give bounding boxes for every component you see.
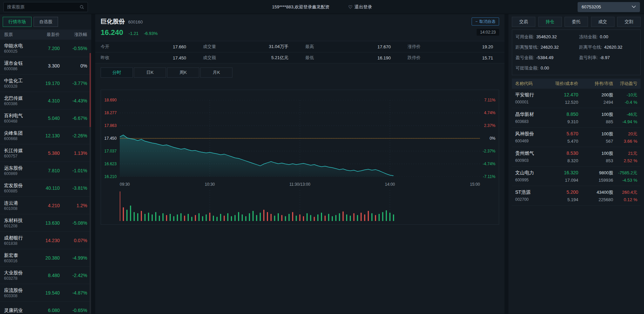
info-value: 5.21亿元 bbox=[271, 55, 288, 61]
stock-name-code: 东材科技601208 bbox=[4, 217, 29, 229]
sidebar-tab-1[interactable]: 自选股 bbox=[34, 17, 58, 27]
sidebar-scrollbar[interactable] bbox=[90, 53, 91, 314]
price-tick: 18.690 bbox=[104, 98, 117, 102]
scrollbar-thumb[interactable] bbox=[90, 53, 91, 127]
stock-row[interactable]: 百利电气6004685.040-6.67% bbox=[0, 109, 91, 127]
summary-item: 可提现金额:0.00 bbox=[516, 63, 579, 73]
stock-name: 远东股份 bbox=[4, 165, 29, 171]
quote-stock-code: 600160 bbox=[128, 19, 143, 25]
stock-search[interactable] bbox=[3, 2, 88, 12]
stock-row[interactable]: 连云港6010084.2101.2% bbox=[0, 197, 91, 214]
stock-price: 19.540 bbox=[29, 290, 60, 296]
summary-item: 盈亏利率:-8.97 bbox=[579, 52, 637, 63]
holding-shares: 100股 bbox=[578, 131, 613, 137]
holding-market-value: 885 bbox=[578, 119, 613, 124]
chart-tab-1[interactable]: 日K bbox=[134, 68, 166, 78]
stock-row[interactable]: 华能水电6000257.200-0.55% bbox=[0, 40, 91, 57]
stock-row[interactable]: 成都银行60183814.2300.07% bbox=[0, 232, 91, 249]
welcome-text: 159****883,欢迎登录鑫龙配资 bbox=[272, 4, 329, 10]
sidebar-tab-0[interactable]: 行情市场 bbox=[3, 17, 32, 27]
stock-row[interactable]: 远东股份6008697.810-1.01% bbox=[0, 162, 91, 179]
quote-time: 14:02:23 bbox=[477, 29, 499, 36]
info-value: 15.71 bbox=[482, 55, 493, 60]
holding-price: 8.850 bbox=[547, 111, 578, 118]
holding-row[interactable]: 平安银行12.470200股-10元00000112.5202494-0.4 % bbox=[512, 89, 641, 108]
time-tick: 09:30 bbox=[120, 182, 130, 187]
info-label: 最低 bbox=[305, 55, 314, 61]
holding-market-value: 567 bbox=[578, 139, 613, 144]
percent-tick: -7.11% bbox=[483, 174, 495, 179]
trade-tab-4[interactable]: 交割 bbox=[617, 17, 641, 27]
quote-info-cell: 成交量31.04万手 bbox=[198, 41, 300, 52]
stock-price: 5.040 bbox=[29, 116, 60, 121]
stock-change: -3.77% bbox=[60, 81, 87, 86]
stock-row[interactable]: 长江传媒6007575.3801.13% bbox=[0, 144, 91, 162]
stock-change: -4.87% bbox=[60, 290, 87, 296]
stock-name-code: 成都银行601838 bbox=[4, 235, 29, 246]
holding-pl: -10元 bbox=[613, 92, 637, 98]
intraday-chart: 18.69018.27717.86317.45017.03716.62316.2… bbox=[101, 90, 499, 225]
col-name-code: 名称代码 bbox=[515, 81, 547, 87]
stock-row[interactable]: 大业股份6032788.480-2.42% bbox=[0, 267, 91, 284]
price-tick: 18.277 bbox=[104, 110, 117, 115]
stock-row[interactable]: 灵康药业6.080-0.65% bbox=[0, 302, 91, 314]
stock-name-code: 新宏泰603016 bbox=[4, 252, 29, 264]
stock-row[interactable]: 新宏泰60301620.380-4.99% bbox=[0, 249, 91, 267]
quote-info-cell: 最高17.670 bbox=[300, 41, 402, 52]
holding-name: ST浩源 bbox=[515, 189, 547, 195]
percent-tick: -2.37% bbox=[483, 149, 495, 153]
holding-row[interactable]: 文山电力16.3209800股-7585.2元60099517.09415993… bbox=[512, 167, 641, 186]
search-input[interactable] bbox=[7, 4, 79, 9]
trade-tab-1[interactable]: 持仓 bbox=[538, 17, 562, 27]
quote-info-cell: 跌停价15.71 bbox=[402, 52, 504, 63]
holding-price: 5.200 bbox=[547, 189, 578, 195]
percent-axis: 7.11%4.74%2.37%0%-2.37%-4.74%-7.11% bbox=[480, 90, 499, 181]
quote-info-cell: 最低16.190 bbox=[300, 52, 402, 63]
stock-name-code: 华能水电600025 bbox=[4, 43, 29, 54]
stock-code: 603308 bbox=[4, 293, 29, 299]
stock-price: 5.380 bbox=[29, 150, 60, 156]
holding-row[interactable]: 贵州燃气8.530100股21元6009038.3208532.52 % bbox=[512, 147, 641, 167]
holding-row[interactable]: 风神股份5.670100股20元6004695.4705673.66 % bbox=[512, 128, 641, 147]
trade-tab-2[interactable]: 委托 bbox=[565, 17, 588, 27]
stock-name: 成都银行 bbox=[4, 235, 29, 241]
stock-row[interactable]: 中盐化工60032819.170-3.77% bbox=[0, 75, 91, 92]
holding-cost: 8.320 bbox=[547, 158, 578, 163]
col-change: 涨跌幅 bbox=[60, 32, 87, 38]
holding-shares: 43400股 bbox=[578, 189, 613, 195]
trading-panel: 交易持仓委托成交交割 可用金额:354620.32冻结金额:0.00距离预警线:… bbox=[508, 14, 644, 314]
stock-code: 600025 bbox=[4, 49, 29, 54]
chart-tab-2[interactable]: 周K bbox=[167, 68, 199, 78]
stock-row[interactable]: 东材科技60120813.630-5.08% bbox=[0, 214, 91, 232]
holding-row[interactable]: 晶华新材8.850100股-46元6036839.310885-4.94 % bbox=[512, 108, 641, 128]
remove-favorite-button[interactable]: − 取消自选 bbox=[472, 17, 499, 26]
stock-change: -1.01% bbox=[60, 168, 87, 173]
stock-change: 0% bbox=[60, 63, 87, 69]
stock-row[interactable]: 退市金钰6000863.3000% bbox=[0, 57, 91, 75]
holding-name: 平安银行 bbox=[515, 92, 547, 98]
holding-code: 603683 bbox=[515, 119, 547, 124]
stock-name: 大业股份 bbox=[4, 270, 29, 276]
quote-info-row: 昨收17.450成交额5.21亿元最低16.190跌停价15.71 bbox=[95, 52, 504, 63]
market-sidebar: 行情市场自选股 股票 最新价 涨跌幅 华能水电6000257.200-0.55%… bbox=[0, 14, 91, 314]
volume-plot bbox=[120, 190, 480, 221]
stock-row[interactable]: 应流股份60330819.540-4.87% bbox=[0, 284, 91, 302]
percent-tick: 0% bbox=[490, 136, 495, 141]
price-tick: 17.863 bbox=[104, 123, 117, 128]
stock-row[interactable]: 宏发股份60088540.110-3.81% bbox=[0, 179, 91, 197]
logout-button[interactable]: ♡ 退出登录 bbox=[348, 4, 372, 10]
summary-value: -8.97 bbox=[600, 55, 610, 60]
stock-price: 4.310 bbox=[29, 98, 60, 103]
account-select[interactable]: 60753205 bbox=[578, 2, 640, 12]
stock-row[interactable]: 北巴传媒6003864.310-4.43% bbox=[0, 92, 91, 109]
holding-pl-pct: 2.52 % bbox=[613, 158, 637, 163]
time-tick: 14:00 bbox=[385, 182, 395, 187]
trade-tab-3[interactable]: 成交 bbox=[591, 17, 614, 27]
trade-tab-0[interactable]: 交易 bbox=[512, 17, 535, 27]
chart-tab-0[interactable]: 分时 bbox=[101, 68, 133, 78]
stock-change: -6.67% bbox=[60, 116, 87, 121]
chart-tab-3[interactable]: 月K bbox=[200, 68, 232, 78]
col-shares-mv: 持有/市值 bbox=[578, 81, 613, 87]
stock-row[interactable]: 尖峰集团60066812.130-2.26% bbox=[0, 127, 91, 144]
holding-row[interactable]: ST浩源5.20043400股260.4元0027005.1942256800.… bbox=[512, 186, 641, 206]
